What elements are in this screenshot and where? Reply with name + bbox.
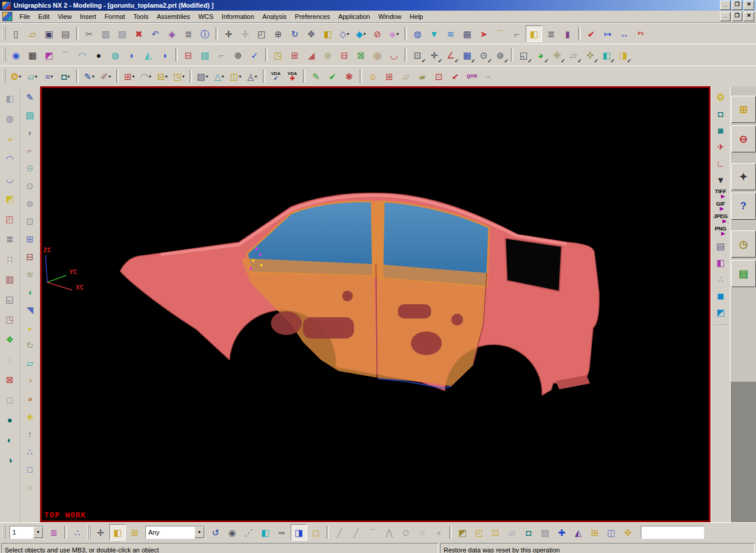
snapshot-camera-icon[interactable]: ◘ [713,106,728,121]
view-transform-icon[interactable]: ◈ [164,26,180,41]
sketch-task-icon[interactable]: ✎ [22,89,38,105]
offset-surface-dropdown-icon[interactable]: ▾ [165,74,168,79]
cylinder-primitive-icon[interactable]: ○ [22,479,38,495]
instrument-panel-icon[interactable]: ▦ [25,47,40,63]
sweep-curve-icon[interactable]: ◠ [1,149,19,167]
menu-application[interactable]: Application [334,12,374,21]
zoom-box-icon[interactable]: ◰ [254,26,269,41]
datum-plane-icon[interactable]: ▨ [22,106,38,123]
restore-view-icon[interactable]: ✛ [237,26,253,41]
sketch-dropdown-icon[interactable]: ▾ [92,74,94,79]
menu-tools[interactable]: Tools [129,12,153,21]
light-source-icon[interactable]: ❂▾ [8,69,24,84]
cat-tool-icon[interactable]: ☺ [365,69,380,84]
export-png-button[interactable]: PNG▶ [715,226,726,236]
point-curve-icon[interactable]: + [431,525,447,540]
face-display-icon[interactable]: ◈▾ [386,26,402,41]
wrench-sheet-icon[interactable]: ✜✓ [582,47,598,63]
assembly-navigator-tab[interactable]: ⊞ [731,96,756,123]
wireframe-display-dropdown-icon[interactable]: ▾ [347,31,349,37]
print-render-icon[interactable]: ▤ [713,238,728,253]
menu-file[interactable]: File [15,12,34,21]
cut-icon[interactable]: ✂ [82,26,97,41]
offset-sheet-icon[interactable]: ◒ [22,319,38,336]
groove-feature-2-icon[interactable]: ≋ [22,266,38,282]
boolean-pads-icon[interactable]: ⊞ [287,47,302,63]
rotate-view-icon[interactable]: ↻ [287,26,302,41]
tire-envelope-icon[interactable]: ◍ [107,47,123,63]
point-display-icon[interactable]: ✛✓ [426,47,442,63]
fit-part-icon[interactable]: ⊡ [431,69,447,84]
circle-center-curve-icon[interactable]: ⊙ [398,525,413,540]
examine-geometry-icon[interactable]: ✔ [325,69,340,84]
visualize-box-icon[interactable]: ▧▾ [195,69,210,84]
glass-curvature-icon[interactable]: ▧ [197,47,213,63]
arc-curve-icon[interactable]: ⌒ [365,525,380,540]
thread-feature-icon[interactable]: ≣ [1,230,19,248]
close-button[interactable]: ✕ [744,12,754,21]
cleanup-ladybug-icon[interactable]: ❃ [341,69,357,84]
org-export-icon[interactable]: ⊞ [382,69,397,84]
curve-analysis-icon[interactable]: ≈▾ [41,69,57,84]
cycle-objects-icon[interactable]: ⋰ [241,525,256,540]
substitute-component-icon[interactable]: ◫ [604,525,619,540]
zoom-icon[interactable]: ⊕ [271,26,286,41]
groove-feature-icon[interactable]: ◎ [370,47,385,63]
command-input[interactable] [641,526,704,539]
dimension-refresh-icon[interactable]: ∟ [713,155,728,171]
print-icon[interactable]: ▤ [58,26,73,41]
pocket-feature-2-icon[interactable]: ⊡ [22,213,38,229]
app-gateway-icon[interactable]: ◍ [410,26,425,41]
component-wrench-icon[interactable]: ✜ [620,525,636,540]
point-pair-display-icon[interactable]: ⊙✓ [476,47,491,63]
headlamp-beam-icon[interactable]: ◭ [141,47,156,63]
datum-ruler-dropdown-icon[interactable]: ▾ [35,74,37,79]
app-studio-analyze-icon[interactable]: ➤ [476,26,491,41]
car-side-view-icon[interactable]: ⌐ [214,47,229,63]
menu-information[interactable]: Information [217,12,258,21]
rotate-view-point-icon[interactable]: ↺ [208,525,223,540]
component-preview-icon[interactable]: ▱ [504,525,520,540]
crash-dummy-icon[interactable]: ◖ [157,47,172,63]
curve-edit-dropdown-icon[interactable]: ▾ [109,74,111,79]
selection-filter-select[interactable]: Any ▼ [145,526,205,539]
translucency-icon[interactable]: ◫▾ [228,69,243,84]
hole-pattern-icon[interactable]: ∷ [1,250,19,268]
hole-feature-icon[interactable]: ⊙ [22,177,38,194]
visual-report-icon[interactable]: ✈ [713,139,728,154]
export-tiff-button[interactable]: TIFF▶ [715,189,726,199]
instance-ghost-icon[interactable]: ◻ [1,391,19,408]
shaded-display-dropdown-icon[interactable]: ▾ [363,31,366,37]
extract-geometry-icon[interactable]: ❖ [1,330,19,348]
find-component-icon[interactable]: ◩ [455,525,470,540]
free-form-surface-icon[interactable]: ◖ [22,284,38,300]
qos-stamp-icon[interactable]: QOS [464,69,480,84]
wcs-toggle-icon[interactable]: ∠✓ [443,47,458,63]
promote-body-icon[interactable]: ◳ [1,310,19,328]
circle-curve-icon[interactable]: ○ [415,525,430,540]
split-body-icon[interactable]: ⊠ [1,370,19,388]
toolbar-grip[interactable] [3,48,6,62]
app-manufacturing-icon[interactable]: ▦ [460,26,475,41]
instance-feature-icon[interactable]: ∴ [22,443,38,460]
fit-view-icon[interactable]: ✛ [221,26,236,41]
filter-dropdown-icon[interactable]: ▼ [194,526,204,538]
app-shape-studio-icon[interactable]: ≋ [443,26,458,41]
menu-view[interactable]: View [54,12,76,21]
sew-bodies-icon[interactable]: ▥ [1,270,19,288]
spotlight-icon[interactable]: ◕✓ [533,47,548,63]
delete-icon[interactable]: ✖ [131,26,146,41]
camera-view-dropdown-icon[interactable]: ▾ [67,74,70,79]
mirror-assembly-icon[interactable]: ◭ [571,525,586,540]
layer-dropdown-icon[interactable]: ▼ [33,526,43,538]
dome-surface-icon[interactable]: ◠▾ [138,69,154,84]
visualize-box-dropdown-icon[interactable]: ▾ [206,74,208,79]
sew-sheet-icon[interactable]: ◈ [22,408,38,424]
toolbar-grip[interactable] [3,69,6,83]
seat-occupant-icon[interactable]: ◗ [124,47,139,63]
toolbar-grip[interactable] [87,525,90,539]
menu-edit[interactable]: Edit [34,12,54,21]
driver-position-icon[interactable]: ◉ [8,47,24,63]
sketch-icon[interactable]: ✎▾ [82,69,97,84]
org-folder-icon[interactable]: ▱ [398,69,413,84]
